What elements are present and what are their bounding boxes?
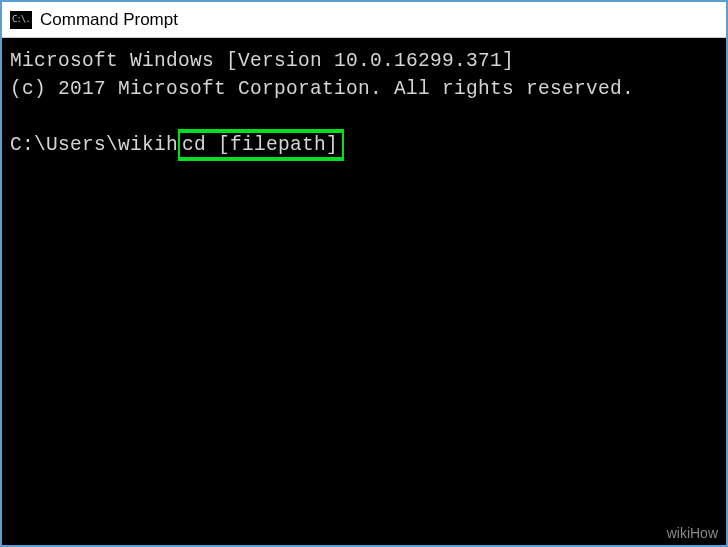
prompt-path: C:\Users\wikih <box>10 132 178 158</box>
prompt-line: C:\Users\wikihcd [filepath] <box>10 129 718 161</box>
version-text: Microsoft Windows [Version 10.0.16299.37… <box>10 48 718 74</box>
copyright-text: (c) 2017 Microsoft Corporation. All righ… <box>10 76 718 102</box>
command-prompt-window: C:\. Command Prompt Microsoft Windows [V… <box>0 0 728 547</box>
window-title: Command Prompt <box>40 10 178 30</box>
command-highlight: cd [filepath] <box>178 129 344 161</box>
title-bar[interactable]: C:\. Command Prompt <box>2 2 726 38</box>
watermark: wikiHow <box>667 525 718 541</box>
typed-command: cd [filepath] <box>180 133 342 157</box>
cmd-icon: C:\. <box>10 11 32 29</box>
terminal-output[interactable]: Microsoft Windows [Version 10.0.16299.37… <box>2 38 726 545</box>
